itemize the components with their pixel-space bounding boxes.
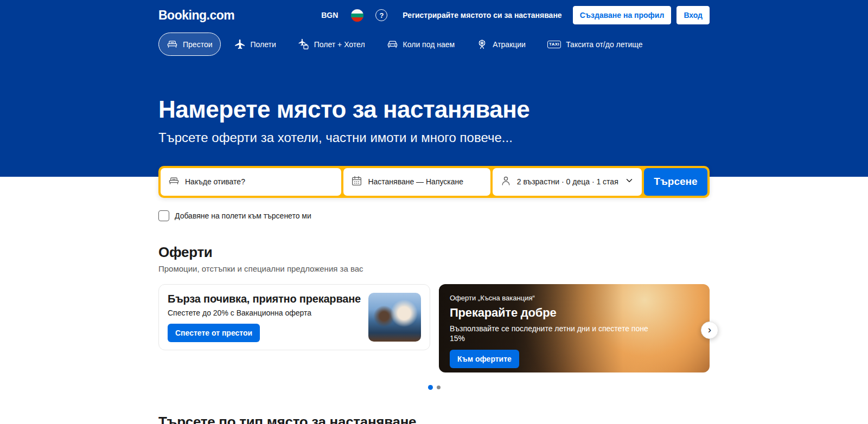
carousel-dot-1[interactable] xyxy=(428,385,433,390)
offers-carousel: Бърза почивка, приятно прекарване Спесте… xyxy=(158,284,710,372)
offer-card-title: Бърза почивка, приятно прекарване xyxy=(168,293,361,305)
occupancy-text: 2 възрастни · 0 деца · 1 стая xyxy=(517,177,619,186)
tab-label: Коли под наем xyxy=(403,40,455,49)
hero-section: Намерете място за настаняване Търсете оф… xyxy=(158,63,710,177)
occupancy-field[interactable]: 2 възрастни · 0 деца · 1 стая xyxy=(493,168,642,196)
offer-card-text: Спестете до 20% с Ваканционна оферта xyxy=(168,309,361,317)
tab-label: Таксита от/до летище xyxy=(566,40,642,49)
taxi-icon: TAXI xyxy=(547,41,561,48)
offers-section: Оферти Промоции, отстъпки и специални пр… xyxy=(158,244,710,390)
offer-card-button[interactable]: Спестете от престои xyxy=(168,324,260,342)
tab-flight-hotel[interactable]: Полет + Хотел xyxy=(290,33,373,56)
offer-card-text: Възползвайте се последните летни дни и с… xyxy=(450,324,661,344)
offer-card-button[interactable]: Към офертите xyxy=(450,350,519,368)
offer-card-title: Прекарайте добре xyxy=(450,306,699,320)
signin-button[interactable]: Вход xyxy=(676,6,710,24)
destination-input[interactable] xyxy=(185,177,334,186)
offer-card-content: Бърза почивка, приятно прекарване Спесте… xyxy=(168,293,361,342)
tab-stays[interactable]: Престои xyxy=(158,33,221,56)
search-bar: Настаняване — Напускане 2 възрастни · 0 … xyxy=(158,166,710,198)
booking-logo[interactable]: Booking.com xyxy=(158,8,234,23)
offers-subtitle: Промоции, отстъпки и специални предложен… xyxy=(158,264,710,273)
hero-title: Намерете място за настаняване xyxy=(158,96,710,124)
tab-label: Престои xyxy=(183,40,213,49)
list-property-link[interactable]: Регистрирайте мястото си за настаняване xyxy=(397,7,567,24)
offer-card-getaway[interactable]: Бърза почивка, приятно прекарване Спесте… xyxy=(158,284,430,350)
tab-airport-taxis[interactable]: TAXI Таксита от/до летище xyxy=(539,34,650,55)
search-zone: Настаняване — Напускане 2 възрастни · 0 … xyxy=(158,166,710,221)
chevron-down-icon xyxy=(624,176,634,188)
carousel-dot-2[interactable] xyxy=(437,386,441,389)
ferris-wheel-icon xyxy=(476,38,488,50)
carousel-next-button[interactable]: › xyxy=(701,322,718,339)
calendar-icon xyxy=(351,175,362,189)
top-blue-area: Booking.com BGN ? Регистрирайте мястото … xyxy=(0,0,868,177)
main-nav: Престои Полети Полет + Х xyxy=(158,30,710,63)
dates-field[interactable]: Настаняване — Напускане xyxy=(343,168,490,196)
person-icon xyxy=(500,175,512,189)
tab-label: Полети xyxy=(251,40,276,49)
tab-car-rentals[interactable]: Коли под наем xyxy=(379,33,463,56)
bed-icon xyxy=(167,38,178,50)
bed-icon xyxy=(168,175,180,189)
header-actions: BGN ? Регистрирайте мястото си за настан… xyxy=(316,6,710,24)
offer-card-late-escape[interactable]: Оферти „Късна ваканция“ Прекарайте добре… xyxy=(439,284,710,372)
tab-attractions[interactable]: Атракции xyxy=(468,33,534,56)
add-flights-row: Добавяне на полети към търсенето ми xyxy=(158,210,710,221)
carousel-dots xyxy=(158,385,710,390)
plane-icon xyxy=(234,38,246,50)
register-button[interactable]: Създаване на профил xyxy=(573,6,672,24)
currency-selector[interactable]: BGN xyxy=(316,7,343,24)
search-button[interactable]: Търсене xyxy=(644,168,707,196)
offers-title: Оферти xyxy=(158,244,710,261)
header: Booking.com BGN ? Регистрирайте мястото … xyxy=(158,0,710,30)
help-icon[interactable]: ? xyxy=(375,9,387,21)
hero-subtitle: Търсете оферти за хотели, частни имоти и… xyxy=(158,130,710,145)
property-types-section: Търсете по тип място за настаняване xyxy=(158,414,710,424)
dates-text: Настаняване — Напускане xyxy=(368,177,463,186)
plane-hotel-icon xyxy=(298,38,309,50)
destination-field[interactable] xyxy=(161,168,341,196)
tab-label: Атракции xyxy=(493,40,526,49)
add-flights-checkbox[interactable] xyxy=(158,210,169,221)
offer-card-eyebrow: Оферти „Късна ваканция“ xyxy=(450,294,699,302)
add-flights-label[interactable]: Добавяне на полети към търсенето ми xyxy=(175,211,311,220)
offer-card-image xyxy=(368,293,421,342)
tab-label: Полет + Хотел xyxy=(314,40,365,49)
chevron-right-icon: › xyxy=(708,324,711,335)
property-types-title: Търсете по тип място за настаняване xyxy=(158,414,710,424)
language-flag-icon[interactable] xyxy=(351,9,363,22)
car-icon xyxy=(387,38,398,50)
tab-flights[interactable]: Полети xyxy=(226,33,284,56)
